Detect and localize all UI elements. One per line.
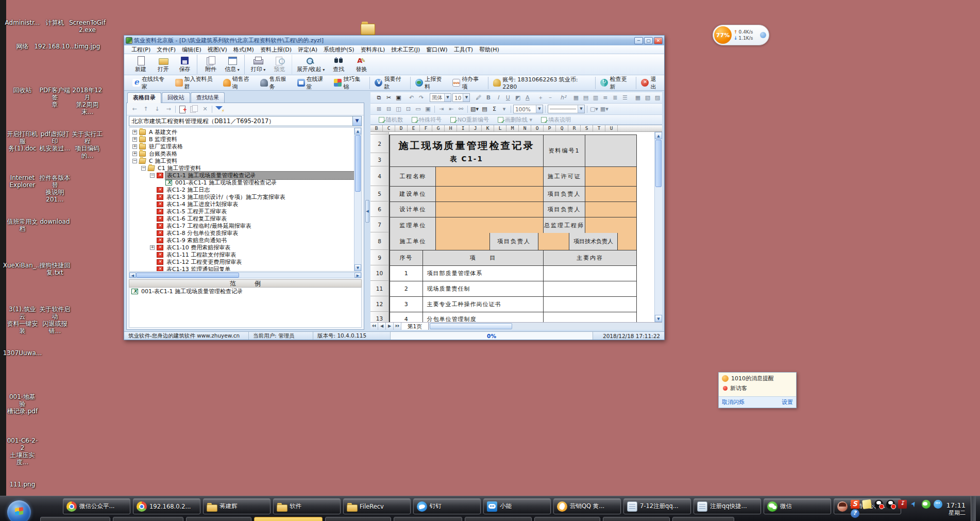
- chevron-down-icon[interactable]: ▼: [536, 105, 543, 113]
- taskbar-clock[interactable]: 17:11 星期二: [947, 501, 966, 517]
- row-header[interactable]: 11: [370, 281, 389, 296]
- column-header[interactable]: C: [383, 125, 395, 131]
- scroll-right-icon[interactable]: ▶: [354, 273, 361, 278]
- row-header[interactable]: 2: [370, 135, 389, 153]
- link-icon[interactable]: ⚯: [457, 105, 465, 113]
- form-tool-button[interactable]: 填表说明: [537, 116, 575, 124]
- taskbar-button-partial[interactable]: [186, 517, 251, 521]
- desktop-icon[interactable]: 值班常用文档: [6, 200, 39, 244]
- column-header[interactable]: B: [370, 125, 383, 131]
- tree-item[interactable]: 表C1-6 工程复工报审表: [129, 215, 361, 222]
- standard-select[interactable]: 北京市建筑工程资料管理规程（DB11／T695-2017） ▼: [129, 116, 362, 126]
- superscript-icon[interactable]: h²: [559, 94, 567, 102]
- taskbar-button[interactable]: 7-12注册qq...: [623, 498, 691, 514]
- table-properties-icon[interactable]: ▦: [571, 94, 580, 102]
- split-vertical-icon[interactable]: ⊡: [404, 105, 413, 113]
- form-tool-button[interactable]: NO重新编号: [446, 116, 493, 124]
- chevron-down-icon[interactable]: ▼: [578, 105, 584, 113]
- tree-item-label[interactable]: 表C1-4 施工进度计划报审表: [165, 200, 361, 208]
- desktop-icon[interactable]: 开启打印机服 务(1).doc: [6, 112, 39, 156]
- menu-item[interactable]: 资料库(L): [358, 46, 388, 54]
- network-speed-widget[interactable]: 77% 0.4K/s 1.1K/s: [713, 25, 769, 45]
- column-header[interactable]: J: [469, 125, 482, 131]
- copy-form-icon[interactable]: [189, 105, 198, 113]
- indent-decrease-icon[interactable]: ⇤: [447, 105, 455, 113]
- tree-item-label[interactable]: 表C1-3 施工组织设计/（专项）施工方案报审表: [165, 193, 361, 201]
- field-input[interactable]: [436, 167, 544, 186]
- desktop-icon[interactable]: Administr...: [6, 1, 39, 25]
- taskbar-button[interactable]: 营销QQ 黄...: [553, 498, 621, 514]
- scroll-left-icon[interactable]: ◀: [129, 273, 136, 278]
- border-inner-icon[interactable]: ▧: [643, 94, 652, 102]
- tab-search-results[interactable]: 查找结果: [191, 92, 225, 103]
- toolbar-button[interactable]: 信息: [222, 55, 245, 74]
- column-header[interactable]: L: [494, 125, 506, 131]
- tray-icon[interactable]: [898, 500, 907, 509]
- desktop-icon[interactable]: 1307Uuwa...: [6, 331, 39, 375]
- column-header[interactable]: R: [568, 125, 581, 131]
- tree-item[interactable]: 表C1-13 监理通知回复单: [129, 265, 361, 272]
- italic-icon[interactable]: I: [494, 94, 502, 102]
- tree-item[interactable]: 表C1-2 施工日志: [129, 186, 361, 193]
- service-toolbar-button[interactable]: 在线找专家: [129, 77, 172, 89]
- sheet-vertical-scrollbar[interactable]: ▲ ▼: [654, 132, 662, 322]
- column-header[interactable]: H: [445, 125, 457, 131]
- service-toolbar-button[interactable]: 检查更新: [597, 77, 636, 89]
- item-name[interactable]: 分包单位管理制度: [423, 312, 544, 322]
- tree-item-label[interactable]: A 基建文件: [147, 128, 361, 136]
- sample-item-label[interactable]: 001-表C1-1 施工现场质量管理检查记录: [140, 288, 361, 295]
- next-page-icon[interactable]: ▶: [386, 323, 394, 330]
- menu-item[interactable]: 帮助(H): [476, 46, 502, 54]
- service-toolbar-button[interactable]: 技巧集锦: [331, 77, 370, 89]
- service-toolbar-button[interactable]: 在线课堂: [294, 77, 331, 89]
- row-header[interactable]: 13: [370, 312, 389, 322]
- desktop-icon[interactable]: 计算机: [39, 1, 71, 25]
- taskbar-button[interactable]: 钉钉: [413, 498, 481, 514]
- tree-item[interactable]: 台账类表格: [129, 150, 361, 157]
- scrollbar-thumb[interactable]: [655, 140, 662, 187]
- item-name[interactable]: 主要专业工种操作岗位证书: [423, 297, 544, 312]
- tray-icon[interactable]: [862, 499, 872, 509]
- desktop-icon[interactable]: 控件各版本替 换说明201...: [39, 156, 71, 200]
- service-toolbar-button[interactable]: 销售咨询: [220, 77, 257, 89]
- item-content[interactable]: [544, 281, 636, 296]
- field-input-right[interactable]: [585, 187, 636, 201]
- tree-item[interactable]: 表C1-3 施工组织设计/（专项）施工方案报审表: [129, 193, 361, 200]
- desktop-icon[interactable]: 2018年12月 第2周周末...: [71, 69, 104, 112]
- decrease-font-icon[interactable]: －: [546, 94, 554, 102]
- menu-item[interactable]: 窗口(W): [423, 46, 450, 54]
- item-name[interactable]: 项目部质量管理体系: [423, 266, 544, 281]
- column-header[interactable]: D: [395, 125, 408, 131]
- desktop-icon[interactable]: Internet Explorer: [6, 156, 39, 200]
- field-input[interactable]: [538, 233, 569, 250]
- fill-color-icon[interactable]: ◩: [513, 94, 522, 102]
- menu-item[interactable]: 系统维护(S): [320, 46, 358, 54]
- sheet-horizontal-scrollbar[interactable]: [429, 323, 662, 330]
- tree-item-label[interactable]: 001-表C1-1 施工现场质量管理检查记录: [174, 179, 361, 187]
- tree-expand-icon[interactable]: [150, 245, 155, 250]
- tree-item[interactable]: 表C1-10 费用索赔报审表: [129, 244, 361, 251]
- row-header[interactable]: 12: [370, 296, 389, 312]
- sum-icon[interactable]: Σ: [490, 105, 499, 113]
- desktop-icon[interactable]: 关于软件启动 闪退或报错...: [39, 288, 71, 331]
- tray-icon[interactable]: [934, 500, 942, 509]
- desktop-icon[interactable]: ScreenToGif 2.exe: [71, 1, 104, 25]
- taskbar-button-partial[interactable]: [534, 517, 600, 521]
- item-content[interactable]: [544, 312, 636, 322]
- menu-item[interactable]: 视图(V): [205, 46, 230, 54]
- taskbar-button-partial[interactable]: [672, 517, 734, 521]
- menu-item[interactable]: 工程(P): [128, 46, 154, 54]
- taskbar-button[interactable]: 蒋建辉: [203, 498, 271, 514]
- tree-item[interactable]: 001-表C1-1 施工现场质量管理检查记录: [129, 179, 361, 186]
- tree-item[interactable]: 表C1-4 施工进度计划报审表: [129, 200, 361, 208]
- row-header[interactable]: 7: [370, 217, 389, 232]
- tree-expand-icon[interactable]: [132, 137, 137, 142]
- tree-item[interactable]: A 基建文件: [129, 128, 361, 136]
- copy-icon[interactable]: ⧉: [375, 94, 383, 102]
- tree-item[interactable]: 表C1-5 工程开工报审表: [129, 208, 361, 215]
- redo-icon[interactable]: ↷: [417, 94, 426, 102]
- row-header[interactable]: 4: [370, 166, 389, 186]
- underline-icon[interactable]: U: [503, 94, 512, 102]
- field-input-right[interactable]: [585, 202, 636, 217]
- service-toolbar-button[interactable]: 上报资料: [412, 77, 449, 89]
